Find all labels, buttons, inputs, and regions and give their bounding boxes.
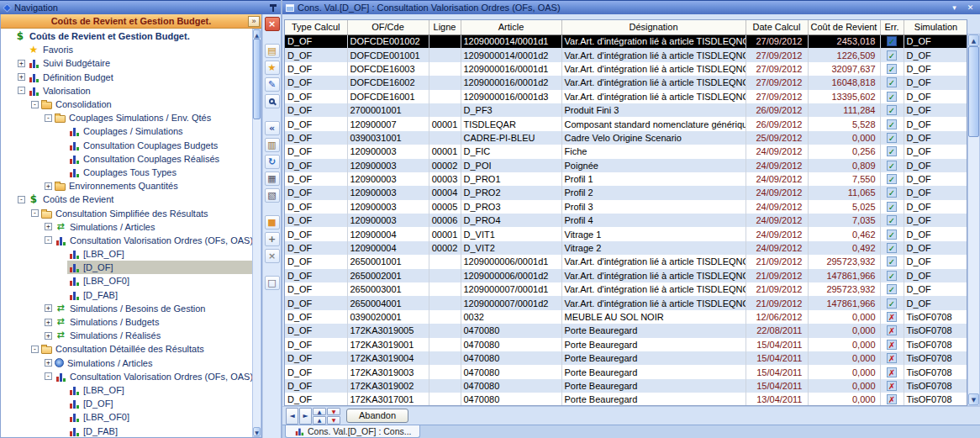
- tree-scroll-thumb[interactable]: [253, 39, 261, 119]
- table-row[interactable]: D_OFDOFCDE160011209000016/0001d3Var.Art.…: [285, 90, 967, 103]
- column-header[interactable]: Article: [461, 20, 561, 34]
- table-row[interactable]: D_OF172KA30190020470080Porte Beauregard1…: [285, 379, 967, 393]
- tree-item[interactable]: [D_OF]: [1, 397, 252, 410]
- lock-button[interactable]: ■: [265, 215, 280, 230]
- row-up-button[interactable]: ▲: [313, 408, 326, 416]
- table-row[interactable]: D_OF12090000300003D_PRO1Profil 124/09/20…: [285, 172, 967, 186]
- tree-expander-icon[interactable]: +: [45, 332, 52, 340]
- search-button[interactable]: [265, 94, 280, 108]
- tree-expander-icon[interactable]: -: [18, 87, 25, 94]
- tree-item[interactable]: [LBR_OF0]: [1, 410, 252, 424]
- tree-expander-icon[interactable]: +: [18, 73, 25, 81]
- tree-scroll-track[interactable]: [253, 39, 261, 427]
- first-record-button[interactable]: ◄: [286, 408, 298, 425]
- table-scrollbar[interactable]: ▲ ▼: [967, 34, 980, 406]
- tree-expander-icon[interactable]: -: [31, 101, 39, 108]
- table-row[interactable]: D_OF2700001001D_PF3Produit Fini 326/09/2…: [285, 103, 967, 117]
- tree-item[interactable]: Consultation Couplages Budgets: [1, 139, 252, 152]
- scroll-down-icon[interactable]: ▼: [253, 427, 261, 436]
- tree-item[interactable]: -Couplages Simulations / Env. Qtés: [1, 111, 252, 124]
- table-row[interactable]: D_OF26500040011209000007/0001d2Var.Art. …: [285, 296, 967, 309]
- tree-item[interactable]: [D_FAB]: [1, 424, 252, 437]
- settings-button[interactable]: +: [265, 232, 280, 246]
- tree-expander-icon[interactable]: -: [45, 114, 52, 122]
- table-row[interactable]: D_OF03900200010032MEUBLE AU SOL NOIR12/0…: [285, 310, 967, 324]
- abandon-button[interactable]: Abandon: [346, 409, 408, 423]
- tree-item[interactable]: Favoris: [1, 43, 252, 56]
- table-row[interactable]: D_OF26500030011209000007/0001d1Var.Art. …: [285, 282, 967, 296]
- page-up-button[interactable]: ▲: [313, 416, 326, 425]
- chevron-down-icon[interactable]: [948, 3, 961, 13]
- column-header[interactable]: Ligne: [429, 20, 461, 34]
- tree-item[interactable]: -Consolidation: [1, 98, 252, 111]
- scroll-up-icon[interactable]: ▲: [253, 29, 261, 39]
- tree-item[interactable]: +Simulations / Articles: [1, 356, 252, 370]
- table-row[interactable]: D_OF172KA30170010470080Porte Beauregard1…: [285, 393, 967, 406]
- refresh-button[interactable]: ↻: [265, 155, 280, 169]
- copy-button[interactable]: ▧: [265, 188, 280, 203]
- column-header[interactable]: Date Calcul: [746, 20, 808, 34]
- row-down-button[interactable]: ▼: [327, 408, 340, 416]
- close-icon[interactable]: [964, 3, 977, 13]
- table-row[interactable]: D_OF172KA30190040470080Porte Beauregard1…: [285, 351, 967, 365]
- last-record-button[interactable]: ►: [299, 408, 312, 425]
- catalog-button[interactable]: ▥: [265, 138, 280, 152]
- tree-expander-icon[interactable]: +: [45, 304, 52, 312]
- tree-item[interactable]: [LBR_OF]: [1, 383, 252, 397]
- tree-item[interactable]: -Coûts de Revient: [1, 193, 252, 206]
- favorite-button[interactable]: ★: [265, 61, 280, 75]
- tree-expander-icon[interactable]: +: [45, 359, 52, 367]
- column-header[interactable]: Simulation: [904, 20, 967, 34]
- table-row[interactable]: D_OF12090000400001D_VIT1Vitrage 124/09/2…: [285, 227, 967, 240]
- tree-expander-icon[interactable]: +: [45, 182, 52, 190]
- tree-item[interactable]: +Simulations / Budgets: [1, 315, 252, 329]
- tree-item[interactable]: [D_FAB]: [1, 288, 252, 302]
- table-row[interactable]: D_OF26500010011209000006/0001d1Var.Art. …: [285, 255, 967, 268]
- tree-scrollbar[interactable]: ▲ ▼: [252, 29, 261, 437]
- column-header[interactable]: OF/Cde: [347, 20, 429, 34]
- pin-icon[interactable]: [269, 3, 277, 13]
- table-row[interactable]: D_OFDOFCDE0010011209000014/0001d2Var.Art…: [285, 48, 967, 61]
- tab-cons-val[interactable]: Cons. Val.[D_OF] : Cons...: [285, 425, 420, 438]
- bookmark-button[interactable]: ▤: [265, 44, 280, 58]
- edit-button[interactable]: ✎: [265, 77, 280, 92]
- tree-item[interactable]: -Consultation Détaillée des Résultats: [1, 342, 252, 356]
- table-row[interactable]: D_OF12090000700001TISDLEQARComposant sta…: [285, 117, 967, 130]
- print-button[interactable]: ▦: [265, 172, 280, 186]
- table-row[interactable]: D_OF172KA30190050470080Porte Beauregard2…: [285, 324, 967, 337]
- tree-item[interactable]: Couplages Tous Types: [1, 166, 252, 179]
- tree-item[interactable]: +Suivi Budgétaire: [1, 56, 252, 70]
- tree-item[interactable]: -Consultation Valorisation Ordres (OFs, …: [1, 234, 252, 247]
- tree-expander-icon[interactable]: +: [45, 319, 52, 326]
- tree-expander-icon[interactable]: -: [31, 209, 39, 217]
- tree-item[interactable]: -Consultation Valorisation Ordres (OFs, …: [1, 370, 252, 383]
- column-header[interactable]: Désignation: [561, 20, 746, 34]
- tree-item[interactable]: [LBR_OF]: [1, 247, 252, 261]
- collapse-button[interactable]: «: [265, 121, 280, 135]
- table-row[interactable]: D_OF12090000400002D_VIT2Vitrage 224/09/2…: [285, 241, 967, 255]
- tree-expander-icon[interactable]: +: [45, 223, 52, 230]
- page-down-button[interactable]: ▼: [327, 416, 340, 425]
- tree-item[interactable]: +Simulations / Besoins de Gestion: [1, 302, 252, 315]
- table-row[interactable]: D_OF12090000300001D_FICFiche24/09/20120,…: [285, 145, 967, 158]
- tree-item[interactable]: Couplages / Simulations: [1, 124, 252, 138]
- table-row[interactable]: D_OF172KA30190010470080Porte Beauregard1…: [285, 338, 967, 351]
- scroll-up-icon[interactable]: ▲: [968, 34, 979, 46]
- column-header[interactable]: Coût de Revient: [808, 20, 880, 34]
- tree-item[interactable]: -Consultation Simplifiée des Résultats: [1, 206, 252, 219]
- tree-expander-icon[interactable]: -: [45, 372, 52, 380]
- table-row[interactable]: D_OFDOFCDE160031209000016/0001d1Var.Art.…: [285, 62, 967, 76]
- expand-header-button[interactable]: »: [248, 16, 260, 27]
- table-row[interactable]: D_OF12090000300005D_PRO3Profil 324/09/20…: [285, 200, 967, 214]
- table-row[interactable]: D_OF26500020011209000006/0001d2Var.Art. …: [285, 269, 967, 282]
- table-row[interactable]: D_OFDOFCDE160021209000016/0001d2Var.Art.…: [285, 76, 967, 89]
- tree-item[interactable]: +Simulations / Articles: [1, 220, 252, 234]
- table-row[interactable]: D_OFDOFCDE0010021209000014/0001d1Var.Art…: [285, 34, 967, 48]
- table-scroll-thumb[interactable]: [968, 46, 979, 137]
- tree-item[interactable]: +Simulations / Réalisés: [1, 329, 252, 342]
- table-row[interactable]: D_OF12090000300004D_PRO2Profil 224/09/20…: [285, 186, 967, 199]
- tree-item[interactable]: [LBR_OF0]: [1, 274, 252, 288]
- column-header[interactable]: Type Calcul: [285, 20, 347, 34]
- scroll-down-icon[interactable]: ▼: [968, 393, 979, 405]
- column-header[interactable]: Err.: [880, 20, 904, 34]
